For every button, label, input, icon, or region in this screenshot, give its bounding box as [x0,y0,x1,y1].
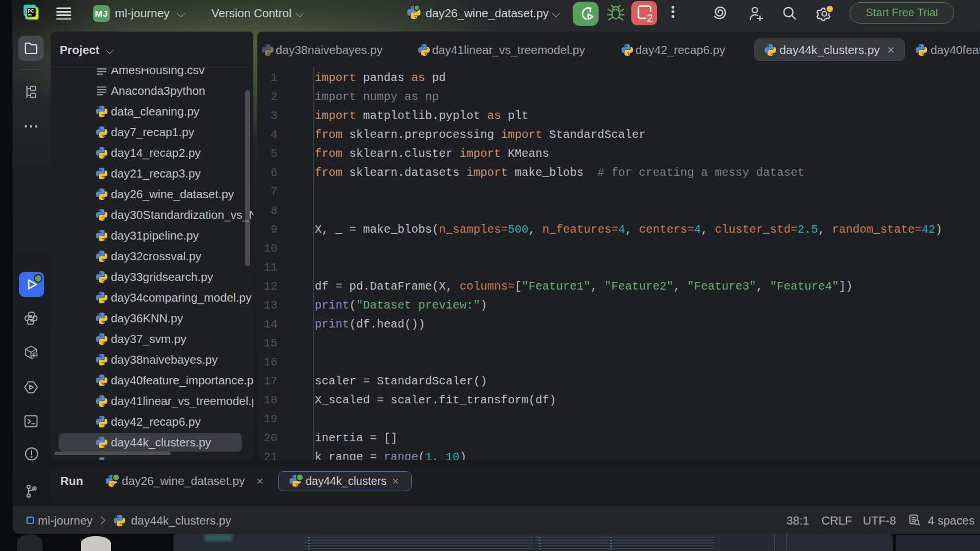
svg-text:2: 2 [647,12,653,24]
svg-text:PC: PC [28,8,34,14]
